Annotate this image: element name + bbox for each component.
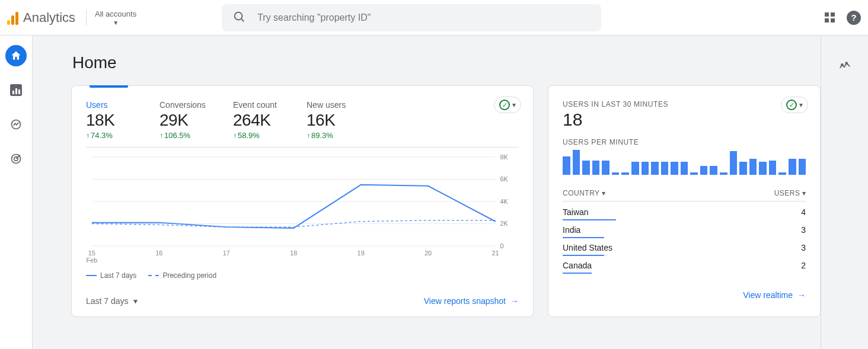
minute-bar [621, 172, 629, 175]
minute-bar [739, 162, 747, 175]
minute-bar [612, 172, 620, 175]
country-name: United States [563, 243, 612, 252]
nav-reports[interactable] [5, 79, 27, 101]
nav-explore[interactable] [5, 114, 27, 135]
status-pill[interactable]: ✓ ▾ [781, 97, 808, 113]
insights-icon[interactable] [838, 60, 851, 349]
svg-text:2K: 2K [500, 220, 508, 227]
svg-text:17: 17 [223, 249, 230, 257]
account-switcher-label: All accounts [95, 9, 136, 18]
svg-text:19: 19 [358, 249, 365, 257]
metric-delta: 89.3% [307, 131, 354, 140]
users-per-minute-chart [563, 150, 806, 175]
metric-value: 29K [159, 111, 207, 130]
chevron-down-icon: ▾ [602, 189, 606, 197]
svg-text:20: 20 [425, 249, 432, 257]
search-icon [232, 10, 245, 25]
minute-bar [690, 172, 698, 175]
nav-advertising[interactable] [5, 148, 27, 169]
minute-bar [582, 161, 590, 175]
minute-bar [778, 172, 786, 175]
status-pill[interactable]: ✓ ▾ [494, 97, 521, 113]
chevron-down-icon: ▾ [512, 101, 516, 109]
product-logo[interactable]: Analytics [7, 10, 75, 25]
realtime-value: 18 [563, 110, 806, 130]
legend-previous: Preceding period [148, 271, 216, 280]
metric-new-users[interactable]: New users16K89.3% [307, 100, 354, 140]
top-bar: Analytics All accounts ▼ ? [0, 0, 868, 36]
trend-icon [10, 119, 22, 130]
minute-bar [563, 156, 570, 175]
arrow-right-icon: → [510, 296, 519, 306]
chevron-down-icon: ▾ [802, 189, 806, 197]
minute-bar [710, 166, 717, 175]
country-row[interactable]: Taiwan4 [563, 203, 806, 220]
checkmark-icon: ✓ [786, 100, 797, 110]
minute-bar [749, 159, 757, 175]
minute-bar [720, 172, 727, 175]
country-row[interactable]: India3 [563, 220, 806, 238]
minute-bar [769, 161, 777, 175]
minute-bar [592, 161, 600, 175]
bar-chart-icon [10, 84, 22, 96]
metric-label: Event count [233, 100, 280, 110]
country-users: 3 [801, 225, 806, 235]
minute-bar [789, 159, 796, 175]
svg-text:16: 16 [155, 249, 162, 257]
minute-bar [759, 162, 767, 175]
svg-point-24 [841, 64, 843, 66]
svg-text:6K: 6K [500, 175, 508, 182]
insights-rail [821, 36, 868, 349]
country-table: Taiwan4India3United States3Canada2 [563, 203, 806, 274]
product-name: Analytics [23, 10, 75, 25]
svg-text:21: 21 [492, 249, 499, 257]
realtime-title: USERS IN LAST 30 MINUTES [563, 100, 806, 108]
minute-bar [651, 162, 659, 175]
metric-users[interactable]: Users18K74.3% [86, 100, 133, 140]
chevron-down-icon: ▾ [133, 296, 138, 306]
country-row[interactable]: United States3 [563, 238, 806, 256]
active-metric-indicator [90, 85, 128, 88]
line-chart: 02K4K6K8K 15161718192021Feb Last 7 days [86, 147, 519, 280]
realtime-card: ✓ ▾ USERS IN LAST 30 MINUTES 18 USERS PE… [548, 85, 821, 317]
search-input[interactable] [256, 12, 591, 24]
metric-conversions[interactable]: Conversions29K106.5% [159, 100, 207, 140]
svg-text:0: 0 [500, 242, 503, 249]
svg-point-0 [235, 12, 242, 20]
metric-delta: 58.9% [233, 131, 280, 140]
main-content: Home ✓ ▾ Users18K74.3%Conversions29K106.… [33, 36, 868, 349]
metric-event-count[interactable]: Event count264K58.9% [233, 100, 280, 140]
account-switcher[interactable]: All accounts ▼ [86, 9, 136, 26]
legend-current: Last 7 days [86, 271, 136, 280]
help-icon[interactable]: ? [847, 11, 861, 25]
nav-home[interactable] [5, 45, 27, 66]
minute-bar [700, 166, 708, 175]
view-realtime-link[interactable]: View realtime → [743, 290, 806, 300]
country-users: 4 [801, 207, 806, 217]
svg-text:18: 18 [290, 249, 297, 257]
svg-point-25 [845, 62, 847, 64]
checkmark-icon: ✓ [499, 100, 510, 110]
page-title: Home [72, 53, 844, 72]
search-bar[interactable] [222, 4, 601, 31]
metric-delta: 74.3% [86, 131, 133, 140]
svg-text:15: 15 [88, 249, 95, 257]
view-reports-link[interactable]: View reports snapshot → [424, 296, 519, 306]
col-users[interactable]: USERS▾ [774, 189, 806, 197]
target-icon [10, 153, 22, 165]
svg-text:Feb: Feb [87, 257, 98, 264]
country-users: 3 [801, 243, 806, 252]
metric-delta: 106.5% [159, 131, 207, 140]
minute-bar [602, 161, 609, 175]
date-range-select[interactable]: Last 7 days ▾ [86, 296, 138, 306]
metric-label: Conversions [159, 100, 207, 110]
country-name: Taiwan [563, 207, 589, 217]
col-country[interactable]: COUNTRY▾ [563, 189, 605, 197]
metrics-row: Users18K74.3%Conversions29K106.5%Event c… [86, 100, 519, 140]
svg-text:4K: 4K [500, 198, 508, 205]
apps-icon[interactable] [825, 12, 835, 23]
home-icon [10, 50, 22, 62]
country-row[interactable]: Canada2 [563, 256, 806, 274]
country-name: Canada [563, 261, 592, 270]
country-name: India [563, 225, 580, 235]
